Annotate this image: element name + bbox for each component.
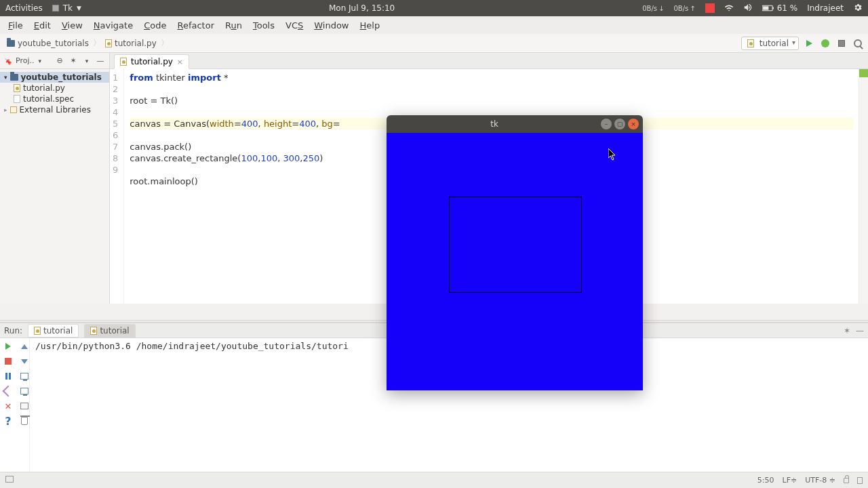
print-icon xyxy=(20,403,28,409)
project-tree[interactable]: ▾ youtube_tutorials tutorial.py tutorial… xyxy=(0,69,109,118)
gear-icon[interactable]: ✶ xyxy=(68,56,78,66)
tool-windows-button[interactable] xyxy=(5,476,20,485)
minimize-button[interactable]: – xyxy=(601,119,612,129)
gear-icon[interactable] xyxy=(853,3,863,14)
run-session-tab-active[interactable]: tutorial xyxy=(84,324,135,338)
python-file-icon xyxy=(105,39,112,47)
menu-vcs[interactable]: VCS xyxy=(281,19,307,32)
breadcrumb-file[interactable]: tutorial.py xyxy=(102,37,159,49)
toggle-soft-wrap-button[interactable] xyxy=(19,371,30,382)
run-label: Run: xyxy=(4,326,22,336)
menu-navigate[interactable]: Navigate xyxy=(90,19,137,32)
menu-code[interactable]: Code xyxy=(140,19,170,32)
run-button[interactable] xyxy=(803,37,815,49)
menu-help[interactable]: Help xyxy=(356,19,384,32)
clear-all-button[interactable] xyxy=(19,415,30,426)
stop-button[interactable] xyxy=(3,356,14,367)
stop-icon xyxy=(838,40,845,47)
hide-icon[interactable]: — xyxy=(856,326,864,336)
breadcrumb-separator: 〉 xyxy=(159,37,170,49)
wifi-icon[interactable] xyxy=(724,3,734,14)
menu-view[interactable]: View xyxy=(58,19,87,32)
breadcrumb-project[interactable]: youtube_tutorials xyxy=(4,37,92,49)
battery-percent: 61 % xyxy=(777,3,798,13)
battery-indicator[interactable]: 61 % xyxy=(762,3,798,13)
menu-file[interactable]: File xyxy=(4,19,27,32)
recording-indicator-icon[interactable] xyxy=(705,3,715,13)
help-button[interactable]: ? xyxy=(3,415,14,426)
close-icon: ✕ xyxy=(5,401,12,411)
scroll-to-end-button[interactable] xyxy=(19,386,30,396)
menu-window[interactable]: Window xyxy=(310,19,353,32)
close-button[interactable]: ✕ xyxy=(3,401,14,411)
maximize-button[interactable]: ▢ xyxy=(614,119,625,129)
activities-button[interactable]: Activities xyxy=(5,3,43,13)
net-down-indicator: 0B/s↓ xyxy=(642,5,664,12)
file-encoding[interactable]: UTF-8 ≑ xyxy=(805,476,835,485)
arrow-up-icon: ↑ xyxy=(690,5,695,12)
readonly-toggle[interactable] xyxy=(844,476,849,485)
ide-menu-bar: File Edit View Navigate Code Refactor Ru… xyxy=(0,16,868,34)
analysis-ok-marker xyxy=(859,69,868,77)
play-icon xyxy=(5,343,11,350)
menu-run[interactable]: Run xyxy=(221,19,246,32)
python-file-icon xyxy=(120,58,127,66)
chevron-down-icon: ▼ xyxy=(77,5,81,12)
menu-refactor[interactable]: Refactor xyxy=(173,19,218,32)
editor-error-stripe[interactable] xyxy=(859,69,868,304)
tree-root-node[interactable]: ▾ youtube_tutorials xyxy=(0,72,109,83)
rerun-button[interactable] xyxy=(3,341,14,352)
run-session-tab[interactable]: tutorial xyxy=(28,324,79,338)
tree-file-node[interactable]: tutorial.py xyxy=(0,83,109,94)
help-icon: ? xyxy=(5,415,11,428)
stop-button[interactable] xyxy=(835,37,848,49)
svg-rect-2 xyxy=(772,7,774,9)
active-app-indicator[interactable]: Tk ▼ xyxy=(52,3,81,13)
clock[interactable]: Mon Jul 9, 15:10 xyxy=(81,3,642,13)
monitor-icon xyxy=(20,373,28,380)
line-separator[interactable]: LF≑ xyxy=(783,476,797,485)
tkinter-app-window[interactable]: tk – ▢ × xyxy=(387,115,643,390)
editor-tab[interactable]: tutorial.py × xyxy=(114,54,189,69)
chevron-down-icon[interactable]: ▾ xyxy=(39,58,42,64)
tkinter-title-bar[interactable]: tk – ▢ × xyxy=(387,115,643,133)
project-tool-window: 📌 Proj.. ▾ ⊖ ✶ ▾ — ▾ youtube_tutorials t… xyxy=(0,53,110,304)
menu-edit[interactable]: Edit xyxy=(30,19,55,32)
run-config-selector[interactable]: tutorial xyxy=(741,37,799,50)
print-button[interactable] xyxy=(19,401,30,411)
close-tab-icon[interactable]: × xyxy=(177,58,183,66)
os-top-panel: Activities Tk ▼ Mon Jul 9, 15:10 0B/s↓ 0… xyxy=(0,0,868,16)
go-up-button[interactable] xyxy=(19,341,30,352)
monitor-icon xyxy=(20,388,28,394)
folder-icon xyxy=(7,40,15,47)
search-everywhere-button[interactable] xyxy=(852,37,864,49)
expand-arrow-icon[interactable]: ▾ xyxy=(4,74,7,81)
net-up-indicator: 0B/s↑ xyxy=(673,5,695,12)
pause-button[interactable] xyxy=(3,371,14,382)
expand-arrow-icon[interactable]: ▸ xyxy=(4,106,7,113)
gear-icon[interactable]: ✶ xyxy=(844,326,850,336)
debug-button[interactable] xyxy=(819,37,831,49)
tkinter-canvas[interactable] xyxy=(387,133,643,390)
pin-icon[interactable]: 📌 xyxy=(5,57,12,64)
close-button[interactable]: × xyxy=(628,119,639,129)
tk-app-icon xyxy=(52,5,59,12)
user-menu[interactable]: Indrajeet xyxy=(807,3,844,13)
wand-icon xyxy=(3,386,14,397)
tkinter-window-title: tk xyxy=(391,119,598,129)
caret-position[interactable]: 5:50 xyxy=(757,476,774,485)
tree-file-node[interactable]: tutorial.spec xyxy=(0,94,109,104)
volume-icon[interactable] xyxy=(743,3,753,14)
python-file-icon xyxy=(14,84,20,92)
tree-external-libs[interactable]: ▸ External Libraries xyxy=(0,104,109,115)
trash-icon xyxy=(21,417,28,425)
menu-tools[interactable]: Tools xyxy=(249,19,279,32)
collapse-all-icon[interactable]: ⊖ xyxy=(55,56,64,66)
run-control-toolbar: ✕ ? xyxy=(0,338,30,472)
arrow-up-icon xyxy=(21,344,28,349)
hide-icon[interactable]: — xyxy=(96,56,105,66)
memory-indicator[interactable] xyxy=(857,476,863,485)
chevron-down-icon[interactable]: ▾ xyxy=(82,56,92,66)
go-down-button[interactable] xyxy=(19,356,30,367)
wand-button[interactable] xyxy=(3,386,14,396)
